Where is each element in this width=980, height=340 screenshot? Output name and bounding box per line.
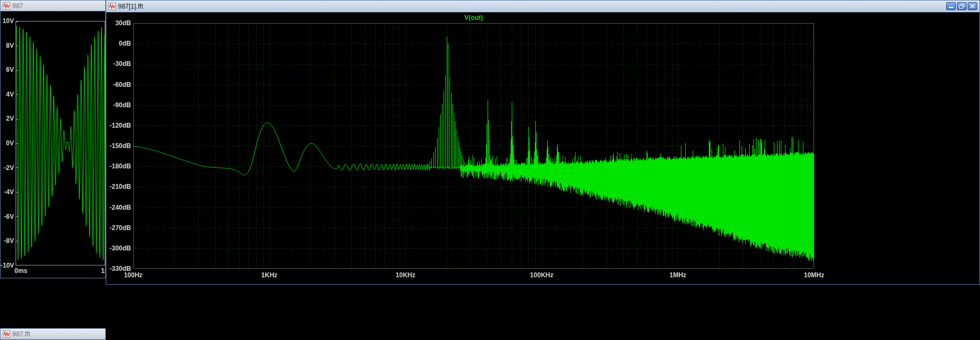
time-domain-plot-canvas[interactable] xyxy=(16,21,105,265)
y-axis-tick-label: 30dB xyxy=(107,19,131,27)
y-axis-tick-label: 4V xyxy=(1,91,14,98)
x-axis-tick-label: 1ms xyxy=(101,267,106,275)
y-axis-tick-label: -150dB xyxy=(107,142,131,150)
window-987-fft[interactable]: 987.fft xyxy=(0,328,106,340)
x-axis-tick-label: 10KHz xyxy=(381,271,430,279)
titlebar-987-1-fft[interactable]: 987[1].fft xyxy=(106,1,979,12)
window-title: 987[1].fft xyxy=(118,3,143,10)
y-axis-tick-label: -6V xyxy=(1,213,14,220)
waveform-window-icon xyxy=(3,330,10,338)
x-axis-tick-label: 0ms xyxy=(14,267,27,275)
y-axis-tick-label: -270dB xyxy=(107,224,131,232)
titlebar-987[interactable]: 987 xyxy=(1,1,105,11)
x-axis-tick-label: 10MHz xyxy=(790,271,838,279)
y-axis-tick-label: 0dB xyxy=(107,40,131,47)
y-axis-tick-label: -330dB xyxy=(107,265,131,272)
titlebar-987-fft[interactable]: 987.fft xyxy=(1,329,105,339)
ltspice-mdi-workspace: 987 10V8V6V4V2V0V-2V-4V-6V-8V-10V0ms1ms … xyxy=(0,0,980,340)
y-axis-tick-label: 10V xyxy=(1,17,14,25)
window-987[interactable]: 987 10V8V6V4V2V0V-2V-4V-6V-8V-10V0ms1ms xyxy=(0,0,106,278)
y-axis-tick-label: -4V xyxy=(1,188,14,196)
restore-icon xyxy=(959,4,964,9)
y-axis-tick-label: -10V xyxy=(1,262,14,269)
y-axis-tick-label: -240dB xyxy=(107,204,131,211)
waveform-window-icon xyxy=(108,3,116,10)
window-title: 987 xyxy=(12,2,23,10)
window-987-1-fft[interactable]: 987[1].fft V(out) 30dB0dB-30dB-60dB-90dB… xyxy=(106,0,980,285)
close-icon xyxy=(970,4,975,9)
fft-plot-canvas[interactable] xyxy=(133,23,814,269)
window-title: 987.fft xyxy=(12,330,30,338)
y-axis-tick-label: 2V xyxy=(1,115,14,122)
restore-button[interactable] xyxy=(957,2,967,10)
minimize-button[interactable] xyxy=(946,2,956,10)
y-axis-tick-label: 0V xyxy=(1,139,14,147)
x-axis-tick-label: 1MHz xyxy=(654,271,702,279)
y-axis-tick-label: -90dB xyxy=(107,101,131,109)
y-axis-tick-label: 6V xyxy=(1,66,14,73)
y-axis-tick-label: 8V xyxy=(1,42,14,49)
trace-legend[interactable]: V(out) xyxy=(133,14,814,21)
minimize-icon xyxy=(948,4,954,9)
y-axis-tick-label: -30dB xyxy=(107,60,131,68)
y-axis-tick-label: -120dB xyxy=(107,122,131,129)
x-axis-tick-label: 100KHz xyxy=(518,271,566,279)
y-axis-tick-label: -180dB xyxy=(107,162,131,170)
y-axis-tick-label: -210dB xyxy=(107,183,131,190)
x-axis-tick-label: 100Hz xyxy=(109,271,157,279)
y-axis-tick-label: -8V xyxy=(1,237,14,245)
y-axis-tick-label: -300dB xyxy=(107,245,131,252)
x-axis-tick-label: 1KHz xyxy=(245,271,294,279)
close-button[interactable] xyxy=(968,2,977,10)
window-controls xyxy=(946,2,977,10)
y-axis-tick-label: -60dB xyxy=(107,81,131,88)
y-axis-tick-label: -2V xyxy=(1,164,14,172)
waveform-window-icon xyxy=(3,2,10,10)
